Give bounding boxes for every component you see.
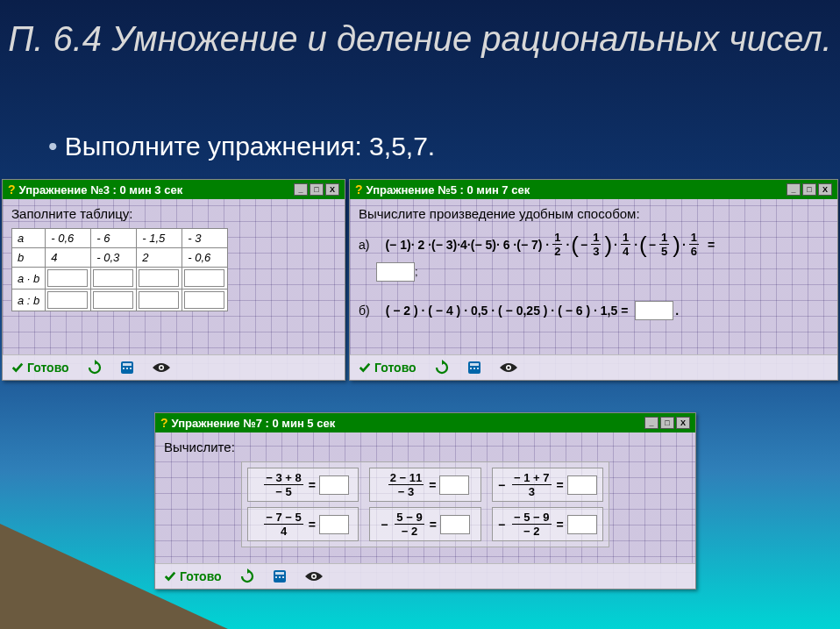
ready-button[interactable]: Готово (359, 361, 416, 375)
minimize-button[interactable]: _ (644, 417, 658, 429)
instruction-text: Вычислите: (164, 440, 687, 454)
equation-cell: −− 1 + 73= (492, 468, 603, 502)
svg-rect-9 (470, 368, 472, 369)
maximize-button[interactable]: □ (802, 183, 816, 196)
svg-rect-1 (123, 363, 132, 366)
eye-icon[interactable] (304, 570, 324, 583)
answer-input[interactable] (567, 515, 597, 534)
answer-input[interactable] (184, 291, 224, 309)
help-icon: ? (8, 182, 16, 197)
help-icon: ? (160, 416, 168, 430)
table-row: a · b (12, 268, 228, 289)
window-title: Упражнение №5 : 0 мин 7 сек (367, 183, 530, 197)
answer-input[interactable] (440, 515, 470, 534)
maximize-button[interactable]: □ (660, 417, 674, 429)
answer-input[interactable] (93, 291, 133, 309)
table-row: a : b (12, 289, 228, 311)
answer-input[interactable] (567, 475, 597, 495)
answer-input[interactable] (635, 301, 673, 320)
svg-rect-2 (123, 368, 125, 369)
item-label-a: а) (359, 238, 369, 252)
answer-input[interactable] (139, 291, 179, 309)
calculator-icon[interactable] (120, 361, 134, 375)
answer-input[interactable] (47, 269, 88, 287)
refresh-icon[interactable] (87, 360, 103, 375)
cell: 2 (137, 248, 182, 268)
cell: 4 (46, 248, 91, 268)
data-table: a - 0,6 - 6 - 1,5 - 3 b 4 - 0,3 2 - 0,6 … (11, 228, 228, 311)
cell: - 3 (182, 229, 228, 248)
slide-subtitle: Выполните упражнения: 3,5,7. (48, 132, 435, 161)
window-title: Упражнение №7 : 0 мин 5 сек (172, 417, 336, 430)
svg-point-13 (507, 367, 509, 369)
maximize-button[interactable]: □ (310, 183, 324, 196)
ready-button[interactable]: Готово (164, 569, 222, 583)
calculator-icon[interactable] (273, 569, 287, 583)
answer-input[interactable] (439, 475, 469, 495)
answer-input[interactable] (319, 475, 349, 495)
item-label-b: б) (359, 304, 370, 318)
svg-rect-17 (279, 576, 281, 578)
cell: - 1,5 (137, 229, 182, 248)
instruction-text: Вычислите произведение удобным способом: (359, 206, 829, 221)
window-footer: Готово (3, 354, 345, 380)
equation-cell: − 3 + 8− 5= (247, 468, 359, 502)
ready-button[interactable]: Готово (11, 361, 69, 375)
instruction-text: Заполните таблицу: (11, 206, 336, 221)
eye-icon[interactable] (152, 361, 171, 374)
help-icon: ? (355, 182, 363, 197)
cell: - 6 (91, 229, 137, 248)
row-label: b (12, 248, 46, 268)
svg-rect-4 (130, 368, 132, 369)
row-label: a · b (12, 268, 46, 289)
svg-rect-10 (473, 368, 475, 369)
svg-rect-15 (275, 572, 284, 575)
calculator-icon[interactable] (467, 361, 481, 375)
row-label: a : b (12, 289, 46, 311)
expression-b: ( − 2 ) · ( − 4 ) · 0,5 · ( − 0,25 ) · (… (386, 297, 680, 324)
window-footer: Готово (155, 563, 695, 589)
expression-a: (− 1)· 2 ·(− 3)·4·(− 5)· 6 ·(− 7) · 12 ·… (385, 228, 715, 261)
equation-cell: −− 5 − 9− 2= (492, 507, 603, 541)
svg-rect-3 (126, 368, 128, 369)
equation-cell: 2 − 11− 3= (369, 468, 481, 502)
table-row: a - 0,6 - 6 - 1,5 - 3 (12, 229, 228, 248)
titlebar[interactable]: ?Упражнение №5 : 0 мин 7 сек _ □ X (350, 180, 837, 199)
minimize-button[interactable]: _ (294, 183, 308, 196)
close-button[interactable]: X (676, 417, 690, 429)
answer-input[interactable] (47, 291, 88, 309)
answer-input[interactable] (376, 262, 415, 282)
svg-rect-18 (282, 576, 284, 578)
refresh-icon[interactable] (239, 568, 255, 584)
refresh-icon[interactable] (434, 360, 450, 375)
svg-point-6 (160, 367, 162, 369)
close-button[interactable]: X (818, 183, 832, 196)
row-label: a (12, 229, 46, 248)
answer-input[interactable] (319, 515, 349, 534)
svg-rect-16 (275, 576, 277, 578)
equation-grid: − 3 + 8− 5= 2 − 11− 3= −− 1 + 73= − 7 − … (241, 461, 609, 547)
exercise7-window: ?Упражнение №7 : 0 мин 5 сек _ □ X Вычис… (154, 412, 696, 590)
window-footer: Готово (350, 354, 837, 380)
slide-title: П. 6.4 Умножение и деление рациональных … (0, 18, 840, 60)
cell: - 0,6 (46, 229, 91, 248)
answer-input[interactable] (184, 269, 224, 287)
cell: - 0,3 (91, 248, 137, 268)
svg-rect-11 (477, 368, 479, 369)
titlebar[interactable]: ?Упражнение №7 : 0 мин 5 сек _ □ X (155, 413, 695, 432)
close-button[interactable]: X (325, 183, 339, 196)
equation-cell: − 7 − 54= (247, 507, 359, 541)
eye-icon[interactable] (499, 361, 518, 374)
answer-input[interactable] (93, 269, 133, 287)
svg-point-20 (312, 575, 315, 578)
svg-rect-8 (470, 363, 479, 366)
window-title: Упражнение №3 : 0 мин 3 сек (19, 183, 183, 197)
minimize-button[interactable]: _ (787, 183, 801, 196)
cell: - 0,6 (182, 248, 228, 268)
answer-input[interactable] (139, 269, 179, 287)
equation-cell: −5 − 9− 2= (369, 507, 481, 541)
titlebar[interactable]: ?Упражнение №3 : 0 мин 3 сек _ □ X (3, 180, 345, 199)
exercise3-window: ?Упражнение №3 : 0 мин 3 сек _ □ X Запол… (2, 179, 345, 381)
exercise5-window: ?Упражнение №5 : 0 мин 7 сек _ □ X Вычис… (349, 179, 838, 381)
table-row: b 4 - 0,3 2 - 0,6 (12, 248, 228, 268)
